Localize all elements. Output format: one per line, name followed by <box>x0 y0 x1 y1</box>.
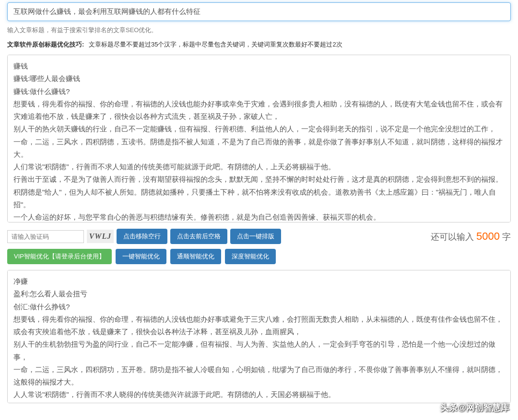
captcha-input[interactable] <box>7 230 84 243</box>
smooth-optimize-button[interactable]: 通顺智能优化 <box>170 249 221 264</box>
char-counter: 还可以输入 5000 字 <box>431 230 511 243</box>
toolbar-row-1: VWLJ 点击移除空行 点击去前后空格 点击一键排版 还可以输入 5000 字 <box>7 229 511 244</box>
output-text-area[interactable] <box>7 270 511 403</box>
tips-row: 文章软件原创标题优化技巧: 文章标题尽量不要超过35个汉字，标题中尽量包含关键词… <box>7 40 511 49</box>
counter-suffix: 字 <box>500 232 511 242</box>
vip-optimize-button[interactable]: VIP智能优化【请登录后台使用】 <box>7 249 112 264</box>
tips-label: 文章软件原创标题优化技巧: <box>7 41 84 48</box>
deep-optimize-button[interactable]: 深度智能优化 <box>225 249 276 264</box>
article-title-input[interactable] <box>7 2 511 21</box>
captcha-image[interactable]: VWLJ <box>87 230 114 243</box>
title-hint-text: 输入文章标题，有益于搜索引擎排名的文章SEO优化。 <box>7 26 511 35</box>
toolbar-row-2: VIP智能优化【请登录后台使用】 一键智能优化 通顺智能优化 深度智能优化 <box>7 249 511 264</box>
counter-prefix: 还可以输入 <box>431 232 476 242</box>
remove-empty-lines-button[interactable]: 点击移除空行 <box>117 229 167 244</box>
source-text-area[interactable] <box>7 55 511 222</box>
tips-content: 文章标题尽量不要超过35个汉字，标题中尽量包含关键词，关键词重复次数最好不要超过… <box>89 41 342 48</box>
watermark-text: 头条@网创智慧库 <box>440 402 509 412</box>
one-click-format-button[interactable]: 点击一键排版 <box>230 229 281 244</box>
remove-trailing-spaces-button[interactable]: 点击去前后空格 <box>170 229 227 244</box>
one-click-optimize-button[interactable]: 一键智能优化 <box>116 249 166 264</box>
counter-number: 5000 <box>476 230 500 242</box>
